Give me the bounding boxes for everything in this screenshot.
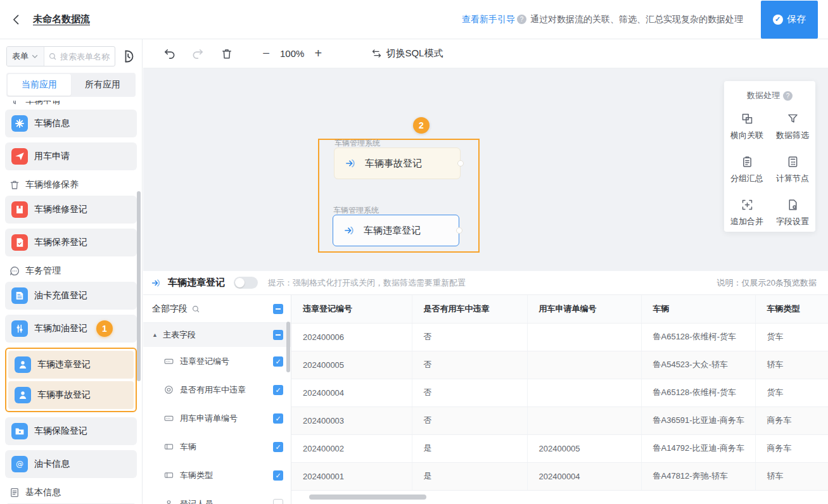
input-node-icon <box>151 277 162 289</box>
fields-title: 全部字段 <box>152 303 188 315</box>
data-table: 违章登记编号是否有用车中违章用车申请单编号车辆车辆类型 202400006否鲁A… <box>291 295 828 491</box>
field-row[interactable]: 是否有用车中违章 <box>143 375 291 404</box>
tab-当前应用[interactable]: 当前应用 <box>8 74 71 96</box>
folder-icon <box>11 423 28 439</box>
tool-数据筛选[interactable]: 数据筛选 <box>770 104 815 147</box>
node-label: 车辆违章登记 <box>364 225 421 237</box>
sidebar-item[interactable]: 油卡充值登记 <box>5 282 137 310</box>
group-label: 基本信息 <box>25 487 61 498</box>
funnel-icon <box>9 101 20 106</box>
table-h-scrollbar[interactable] <box>309 495 426 500</box>
field-row[interactable]: 违章登记编号 <box>143 347 291 375</box>
help-icon[interactable]: ? <box>517 15 526 24</box>
sidebar-item[interactable]: 车辆信息 <box>5 110 137 137</box>
sql-mode-switch[interactable]: 切换SQL模式 <box>371 47 443 60</box>
column-header: 车辆类型 <box>755 295 828 323</box>
field-group-label: 主表字段 <box>163 329 196 341</box>
preview-table: 违章登记编号是否有用车中违章用车申请单编号车辆车辆类型 202400006否鲁A… <box>291 295 828 504</box>
table-cell: 货车 <box>755 379 828 406</box>
tool-追加合并[interactable]: 追加合并 <box>724 190 770 233</box>
field-row[interactable]: 车辆类型 <box>143 461 291 489</box>
form-type-label: 表单 <box>12 51 29 62</box>
table-cell: 202400005 <box>527 434 641 462</box>
sidebar-item[interactable]: 车辆违章登记 <box>8 351 134 379</box>
column-header: 用车申请单编号 <box>527 295 641 323</box>
sidebar-group-header[interactable]: 车辆维修保养 <box>0 175 142 196</box>
field-search-icon[interactable] <box>191 305 200 313</box>
zoom-in-button[interactable]: + <box>313 49 323 59</box>
sidebar-scrollbar[interactable] <box>137 191 141 381</box>
sidebar-item[interactable]: 车辆维修登记 <box>5 196 137 224</box>
recent-forms-icon[interactable] <box>120 49 136 64</box>
sidebar-group-header[interactable]: 车辆申请 <box>0 101 142 110</box>
table-row: 202400001是202400004鲁A47812-奔驰-轿车轿车 <box>291 462 828 490</box>
field-checkbox[interactable] <box>273 385 283 395</box>
field-row[interactable]: 用车申请单编号 <box>143 404 291 432</box>
search-input[interactable] <box>60 52 111 61</box>
back-icon[interactable] <box>10 13 23 26</box>
sidebar-group-header[interactable]: 车务管理 <box>0 261 142 282</box>
sidebar-item[interactable]: @油卡信息 <box>5 450 137 478</box>
table-cell: 否 <box>412 323 527 351</box>
doc-fold-icon <box>11 287 28 304</box>
node-output-port[interactable] <box>457 160 464 167</box>
node-label: 车辆事故登记 <box>365 158 422 170</box>
help-icon[interactable]: ? <box>783 91 793 101</box>
flow-node-accident[interactable]: 车辆事故登记 <box>334 148 461 179</box>
tool-横向关联[interactable]: 横向关联 <box>724 104 770 147</box>
tool-计算节点[interactable]: 计算节点 <box>770 147 815 190</box>
input-node-icon <box>343 224 356 237</box>
zoom-out-button[interactable]: − <box>261 49 271 59</box>
field-label: 车辆类型 <box>180 470 213 481</box>
form-type-select[interactable]: 表单 <box>7 47 44 66</box>
delete-icon[interactable] <box>220 47 233 60</box>
field-row[interactable]: 登记人员 <box>143 489 291 504</box>
sidebar-group-header[interactable]: 基本信息 <box>0 483 142 503</box>
group-checkbox[interactable] <box>273 330 283 340</box>
merge-plus-icon <box>741 198 754 211</box>
field-group-header[interactable]: ▲ 主表字段 <box>143 323 291 347</box>
field-checkbox[interactable] <box>273 470 283 481</box>
filter-icon <box>786 112 799 125</box>
table-header-row: 违章登记编号是否有用车中违章用车申请单编号车辆车辆类型 <box>291 295 828 323</box>
table-cell: 鲁A47812-奔驰-轿车 <box>641 462 755 490</box>
field-checkbox[interactable] <box>273 442 283 452</box>
tab-所有应用[interactable]: 所有应用 <box>71 74 134 96</box>
field-checkbox[interactable] <box>273 499 283 504</box>
guide-link[interactable]: 查看新手引导 <box>462 14 515 25</box>
fields-scrollbar[interactable] <box>286 322 290 372</box>
table-cell: 是 <box>412 434 527 462</box>
tool-字段设置[interactable]: 字段设置 <box>770 190 815 233</box>
asterisk-icon <box>11 115 28 132</box>
field-label: 车辆 <box>180 441 196 453</box>
sidebar-item[interactable]: 车辆加油登记1 <box>5 315 137 343</box>
sidebar-item[interactable]: 车辆保险登记 <box>5 417 137 445</box>
calc-icon <box>786 155 799 168</box>
table-cell: 商务车 <box>755 406 828 434</box>
redo-icon[interactable] <box>191 47 204 60</box>
canvas-toolbar: − 100% + 切换SQL模式 <box>143 39 828 68</box>
file-check-icon <box>11 234 28 251</box>
select-all-checkbox[interactable] <box>273 304 283 314</box>
tool-分组汇总[interactable]: 分组汇总 <box>724 147 770 190</box>
field-checkbox[interactable] <box>273 356 283 367</box>
sidebar-item[interactable]: 车辆事故登记 <box>8 381 134 409</box>
table-cell: 否 <box>412 406 527 434</box>
flow-canvas[interactable]: 2 车辆管理系统 车辆事故登记 车辆管理系统 车辆违章登记 数据处理 ? 横向关… <box>143 68 828 271</box>
flow-title[interactable]: 未命名数据流 <box>33 13 90 25</box>
format-toggle[interactable] <box>234 277 258 289</box>
tool-label: 字段设置 <box>776 216 809 227</box>
table-cell: 轿车 <box>755 351 828 379</box>
node-output-port[interactable] <box>456 227 462 234</box>
undo-icon[interactable] <box>163 47 176 60</box>
flow-node-violation[interactable]: 车辆违章登记 <box>333 215 459 246</box>
sidebar-item[interactable]: 车辆保养登记 <box>5 229 137 256</box>
field-checkbox[interactable] <box>273 413 283 424</box>
column-header: 是否有用车中违章 <box>412 295 527 323</box>
sidebar-item[interactable]: 用车申请 <box>5 142 137 170</box>
field-row[interactable]: 车辆 <box>143 432 291 461</box>
save-button[interactable]: ✓ 保存 <box>761 1 818 39</box>
sidebar-item-label: 车辆加油登记 <box>34 323 87 334</box>
table-cell: 否 <box>412 351 527 379</box>
table-cell: 轿车 <box>755 462 828 490</box>
